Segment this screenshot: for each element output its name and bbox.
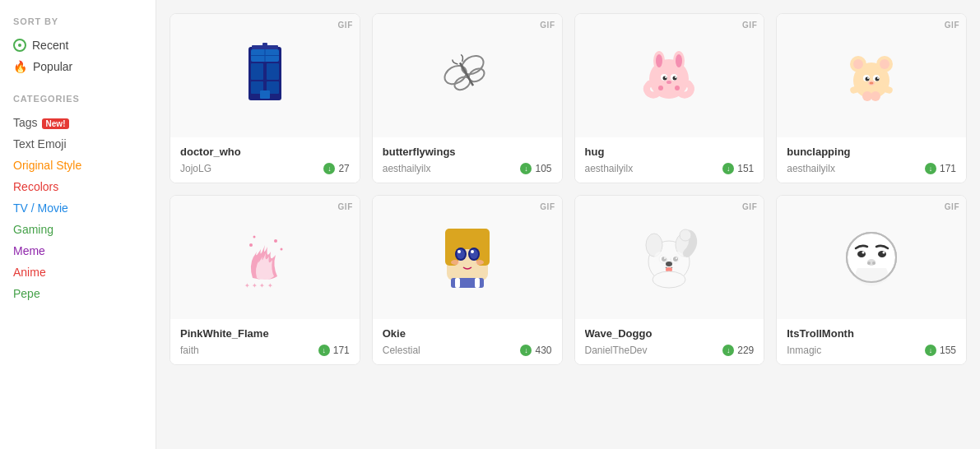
- sort-recent[interactable]: Recent: [13, 35, 142, 56]
- card-title-pinkwhite-flame: PinkWhite_Flame: [180, 327, 350, 340]
- svg-point-26: [675, 76, 676, 78]
- clock-icon: [13, 39, 26, 52]
- original-style-label: Original Style: [13, 159, 81, 172]
- svg-point-24: [673, 76, 677, 81]
- svg-rect-66: [475, 278, 480, 288]
- gif-badge: GIF: [540, 21, 555, 30]
- card-info-hug: hug aesthailyilx ↓ 151: [575, 137, 764, 183]
- card-downloads-itstrollmonth: ↓ 155: [925, 345, 956, 356]
- svg-point-87: [882, 251, 885, 253]
- sort-recent-label: Recent: [32, 39, 68, 52]
- card-bunclapping[interactable]: GIF: [776, 13, 967, 183]
- svg-point-89: [867, 262, 871, 265]
- svg-point-90: [872, 262, 875, 265]
- sidebar-item-tags[interactable]: TagsNew!: [13, 112, 142, 133]
- svg-rect-4: [251, 63, 263, 80]
- sidebar-item-anime[interactable]: Anime: [13, 262, 142, 283]
- svg-point-42: [870, 82, 874, 85]
- gif-badge: GIF: [338, 202, 353, 211]
- sidebar-item-pepe[interactable]: Pepe: [13, 283, 142, 304]
- card-title-itstrollmonth: ItsTrollMonth: [787, 327, 956, 340]
- download-count-doctor-who: 27: [338, 163, 349, 174]
- gif-badge: GIF: [742, 21, 757, 30]
- svg-point-39: [867, 77, 869, 79]
- card-okie[interactable]: GIF: [372, 195, 563, 365]
- card-meta-wave-doggo: DanielTheDev ↓ 229: [585, 345, 755, 356]
- card-hug[interactable]: GIF: [574, 13, 765, 183]
- svg-point-48: [253, 236, 255, 238]
- card-butterflywings[interactable]: GIF butterflywings aesthaily: [372, 13, 563, 183]
- text-emoji-label: Text Emoji: [13, 137, 67, 150]
- card-meta-bunclapping: aesthailyilx ↓ 171: [787, 163, 956, 174]
- sort-popular[interactable]: 🔥 Popular: [13, 56, 142, 77]
- card-pinkwhite-flame[interactable]: GIF ✦ ✦ ✦ ✦ PinkWhite_Flame faith: [170, 195, 360, 365]
- card-doctor-who[interactable]: GIF doctor_who JojoL: [170, 13, 360, 183]
- svg-point-34: [880, 59, 889, 69]
- svg-point-37: [866, 77, 870, 81]
- new-badge: New!: [42, 118, 70, 129]
- sidebar-item-meme[interactable]: Meme: [13, 240, 142, 262]
- gif-badge: GIF: [945, 202, 959, 211]
- sidebar-item-recolors[interactable]: Recolors: [13, 176, 142, 197]
- svg-point-20: [676, 54, 682, 67]
- pepe-label: Pepe: [13, 287, 40, 300]
- card-downloads-bunclapping: ↓ 171: [925, 163, 956, 174]
- card-author-butterflywings: aesthailyilx: [383, 163, 431, 174]
- card-author-itstrollmonth: Inmagic: [787, 345, 821, 356]
- card-downloads-doctor-who: ↓ 27: [323, 163, 349, 174]
- card-itstrollmonth[interactable]: GIF: [776, 195, 967, 365]
- card-image-wave-doggo: GIF: [575, 196, 764, 319]
- svg-point-49: [274, 239, 277, 243]
- svg-point-61: [471, 250, 474, 253]
- butterfly-preview: [439, 47, 496, 104]
- card-meta-hug: aesthailyilx ↓ 151: [585, 163, 755, 174]
- gif-badge: GIF: [540, 202, 555, 211]
- card-title-bunclapping: bunclapping: [787, 146, 956, 158]
- svg-point-78: [680, 229, 691, 241]
- pinkflame-preview: ✦ ✦ ✦ ✦: [236, 220, 294, 294]
- categories-label: CATEGORIES: [13, 94, 142, 104]
- card-title-hug: hug: [585, 146, 755, 158]
- okie-preview: [439, 224, 496, 290]
- sidebar-item-original-style[interactable]: Original Style: [13, 155, 142, 176]
- sidebar-item-tv-movie[interactable]: TV / Movie: [13, 197, 142, 219]
- download-icon: ↓: [520, 163, 532, 174]
- svg-rect-65: [455, 278, 460, 288]
- card-info-itstrollmonth: ItsTrollMonth Inmagic ↓ 155: [777, 319, 966, 364]
- anime-label: Anime: [13, 266, 46, 279]
- sidebar: SORT BY Recent 🔥 Popular CATEGORIES Tags…: [0, 0, 156, 449]
- download-icon: ↓: [925, 345, 936, 356]
- sidebar-item-text-emoji[interactable]: Text Emoji: [13, 133, 142, 155]
- card-wave-doggo[interactable]: GIF: [574, 195, 765, 365]
- download-icon: ↓: [318, 345, 330, 356]
- card-author-hug: aesthailyilx: [585, 163, 634, 174]
- svg-point-63: [476, 260, 484, 265]
- download-icon: ↓: [722, 163, 734, 174]
- card-downloads-butterflywings: ↓ 105: [520, 163, 551, 174]
- card-info-okie: Okie Celestial ↓ 430: [373, 319, 562, 364]
- svg-point-84: [857, 251, 866, 257]
- card-info-butterflywings: butterflywings aesthailyilx ↓ 105: [373, 137, 562, 183]
- gaming-label: Gaming: [13, 223, 53, 236]
- card-image-bunclapping: GIF: [777, 14, 966, 137]
- fire-icon: 🔥: [13, 60, 27, 73]
- card-meta-pinkwhite-flame: faith ↓ 171: [180, 345, 350, 356]
- svg-rect-5: [267, 63, 279, 80]
- sort-by-label: SORT BY: [13, 16, 142, 26]
- download-count-pinkwhite-flame: 171: [333, 345, 350, 356]
- card-author-okie: Celestial: [383, 345, 420, 356]
- categories-section: CATEGORIES TagsNew! Text Emoji Original …: [13, 94, 142, 304]
- tardis-preview: [240, 43, 290, 109]
- svg-text:✦ ✦ ✦ ✦: ✦ ✦ ✦ ✦: [244, 282, 273, 289]
- svg-point-50: [280, 248, 282, 251]
- svg-point-25: [665, 76, 666, 78]
- gif-badge: GIF: [742, 202, 757, 211]
- card-author-bunclapping: aesthailyilx: [787, 163, 835, 174]
- sidebar-item-gaming[interactable]: Gaming: [13, 219, 142, 240]
- svg-point-60: [457, 250, 461, 253]
- bunclapping-preview: [838, 43, 904, 109]
- card-meta-butterflywings: aesthailyilx ↓ 105: [383, 163, 552, 174]
- download-icon: ↓: [323, 163, 335, 174]
- svg-point-19: [656, 54, 662, 67]
- svg-point-85: [878, 251, 886, 257]
